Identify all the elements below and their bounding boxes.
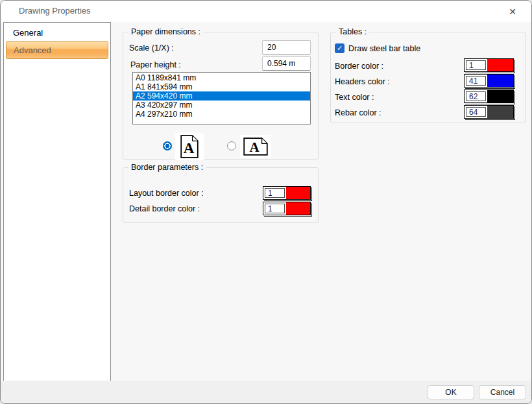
- paper-size-option[interactable]: A3 420x297 mm: [133, 101, 310, 110]
- headers-color-number: 41: [466, 76, 486, 86]
- headers-color-label: Headers color :: [335, 77, 390, 86]
- detail-border-color-picker[interactable]: 1: [263, 202, 311, 215]
- text-color-swatch: [487, 90, 513, 102]
- drawing-properties-dialog: Drawing Properties ✕ General Advanced Pa…: [0, 0, 532, 404]
- text-color-label: Text color :: [335, 93, 374, 102]
- layout-border-color-swatch: [286, 187, 310, 199]
- draw-steel-bar-table-label: Draw steel bar table: [348, 44, 420, 53]
- paper-height-label: Paper height :: [130, 60, 181, 69]
- rebar-color-swatch: [487, 106, 513, 118]
- headers-color-swatch: [487, 75, 513, 87]
- sidebar-item-general[interactable]: General: [6, 25, 108, 41]
- paper-dimensions-group: Paper dimensions : Scale (1/X) : Paper h…: [123, 32, 319, 160]
- layout-border-color-number: 1: [265, 188, 285, 198]
- border-parameters-group: Border parameters : Layout border color …: [123, 167, 319, 223]
- scale-label: Scale (1/X) :: [129, 43, 174, 53]
- headers-color-picker[interactable]: 41: [464, 74, 514, 88]
- cancel-button[interactable]: Cancel: [479, 385, 526, 399]
- svg-text:A: A: [184, 140, 195, 156]
- paper-height-input[interactable]: [262, 56, 311, 71]
- table-border-color-swatch: [487, 59, 513, 71]
- dialog-footer: OK Cancel: [1, 381, 531, 403]
- text-color-number: 62: [466, 91, 486, 101]
- title-bar: Drawing Properties ✕: [1, 1, 531, 22]
- rebar-color-picker[interactable]: 64: [464, 105, 514, 119]
- draw-steel-bar-table-checkbox[interactable]: ✓: [335, 43, 345, 53]
- scale-input[interactable]: [262, 40, 311, 54]
- detail-border-color-number: 1: [265, 204, 285, 213]
- layout-border-color-picker[interactable]: 1: [263, 186, 311, 200]
- detail-border-color-swatch: [286, 202, 310, 215]
- svg-text:A: A: [249, 139, 260, 155]
- rebar-color-number: 64: [466, 107, 486, 117]
- layout-border-color-label: Layout border color :: [129, 189, 204, 198]
- tables-group-label: Tables :: [336, 27, 369, 36]
- portrait-page-icon[interactable]: A: [175, 133, 204, 160]
- detail-border-color-label: Detail border color :: [129, 204, 200, 213]
- ok-button[interactable]: OK: [428, 385, 474, 399]
- paper-size-option-selected[interactable]: A2 594x420 mm: [133, 91, 310, 101]
- sidebar-item-advanced[interactable]: Advanced: [6, 41, 108, 59]
- rebar-color-label: Rebar color :: [335, 108, 381, 117]
- close-icon[interactable]: ✕: [502, 3, 524, 19]
- portrait-radio[interactable]: [163, 141, 172, 150]
- main-content: Paper dimensions : Scale (1/X) : Paper h…: [111, 22, 531, 381]
- paper-size-option[interactable]: A4 297x210 mm: [133, 110, 310, 119]
- table-border-color-picker[interactable]: 1: [464, 58, 514, 72]
- paper-size-listbox: A0 1189x841 mm A1 841x594 mm A2 594x420 …: [132, 72, 311, 125]
- paper-dimensions-group-label: Paper dimensions :: [128, 27, 203, 36]
- table-border-color-number: 1: [466, 60, 486, 70]
- text-color-picker[interactable]: 62: [464, 89, 514, 103]
- paper-size-option[interactable]: A1 841x594 mm: [133, 82, 310, 91]
- window-title: Drawing Properties: [19, 1, 91, 21]
- sidebar: General Advanced: [3, 22, 111, 382]
- landscape-page-icon[interactable]: A: [240, 135, 271, 158]
- tables-group: Tables : ✓ Draw steel bar table Border c…: [330, 32, 526, 123]
- paper-size-option[interactable]: A0 1189x841 mm: [133, 73, 310, 82]
- table-border-color-label: Border color :: [335, 62, 383, 71]
- border-parameters-group-label: Border parameters :: [128, 163, 206, 172]
- landscape-radio[interactable]: [227, 141, 236, 150]
